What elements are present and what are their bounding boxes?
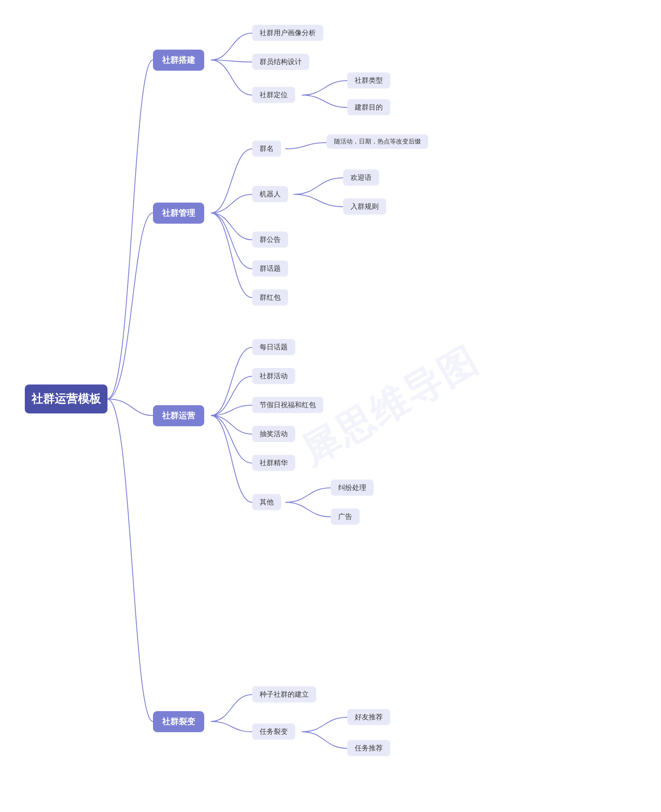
l2-node-16: 任务裂变 [252, 724, 295, 740]
l3-node-9: 任务推荐 [347, 740, 390, 756]
l2-node-6: 群公告 [252, 232, 288, 248]
conn-l2_14-l3_7 [285, 502, 331, 517]
l3-label-6: 纠纷处理 [338, 484, 366, 492]
l3-node-6: 纠纷处理 [331, 480, 374, 496]
l2-label-2: 群员结构设计 [260, 58, 302, 66]
l1-node-3: 社群运营 [153, 405, 204, 426]
l2-node-5: 机器人 [252, 186, 288, 202]
conn-l1_4-l2_15 [211, 695, 252, 721]
l3-label-5: 入群规则 [351, 203, 379, 210]
l2-node-4: 群名 [252, 141, 281, 157]
l3-node-1: 社群类型 [347, 72, 390, 88]
conn-l1_3-l2_13 [211, 416, 252, 463]
conn-l2_14-l3_6 [285, 488, 331, 502]
l2-label-11: 节假日祝福和红包 [260, 401, 316, 409]
l2-label-1: 社群用户画像分析 [260, 29, 316, 37]
l1-node-2: 社群管理 [153, 203, 204, 224]
l2-label-9: 每日话题 [260, 343, 288, 351]
l2-label-10: 社群活动 [260, 372, 288, 380]
l2-label-14: 其他 [260, 498, 274, 506]
conn-l2_16-l3_8 [302, 717, 347, 732]
conn-l1_2-l2_7 [211, 213, 252, 269]
l2-label-12: 抽奖活动 [260, 430, 288, 438]
conn-l1_2-l2_4 [211, 149, 252, 213]
l2-label-6: 群公告 [260, 236, 281, 244]
l3-node-5: 入群规则 [343, 198, 386, 215]
l1-node-1: 社群搭建 [153, 50, 204, 71]
l3-label-4: 欢迎语 [351, 174, 372, 182]
l2-label-7: 群话题 [260, 265, 281, 272]
conn-l1_3-l2_12 [211, 416, 252, 434]
conn-l1_3-l2_9 [211, 347, 252, 416]
conn-l1_3-l2_14 [211, 416, 252, 502]
l2-node-11: 节假日祝福和红包 [252, 397, 323, 413]
conn-l2_16-l3_9 [302, 732, 347, 748]
conn-l1_3-l2_10 [211, 376, 252, 416]
l3-node-3: 随活动，日期，热点等改变后缀 [327, 134, 428, 149]
l2-label-15: 种子社群的建立 [260, 690, 309, 698]
l2-node-10: 社群活动 [252, 368, 295, 384]
l1-label-3: 社群运营 [162, 411, 195, 420]
l2-label-16: 任务裂变 [260, 728, 288, 736]
l2-label-8: 群红包 [260, 294, 281, 301]
conn-l2_3-l3_1 [302, 81, 347, 95]
l3-node-2: 建群目的 [347, 99, 390, 115]
l2-label-5: 机器人 [260, 190, 281, 198]
mind-map: 犀思维导图 [0, 0, 661, 812]
conn-l2_3-l3_2 [302, 95, 347, 107]
l2-label-13: 社群精华 [260, 459, 288, 467]
conn-l1_3-l2_11 [211, 405, 252, 416]
l3-label-1: 社群类型 [355, 76, 383, 84]
l3-label-2: 建群目的 [355, 103, 383, 111]
l1-label-1: 社群搭建 [162, 55, 195, 64]
conn-l2_5-l3_5 [294, 194, 343, 207]
l1-label-2: 社群管理 [162, 208, 195, 217]
conn-l1_4-l2_16 [211, 721, 252, 732]
conn-root-l1_4 [107, 399, 153, 721]
l2-node-1: 社群用户画像分析 [252, 25, 323, 41]
conn-l1_1-l2_2 [211, 60, 252, 62]
l1-node-4: 社群裂变 [153, 711, 204, 732]
root-node: 社群运营模板 [25, 385, 107, 413]
l2-label-3: 社群定位 [260, 91, 288, 99]
l3-label-3: 随活动，日期，热点等改变后缀 [334, 138, 421, 145]
conn-l1_1-l2_3 [211, 60, 252, 95]
l3-label-9: 任务推荐 [355, 744, 383, 752]
conn-l1_1-l2_1 [211, 33, 252, 60]
l3-node-4: 欢迎语 [343, 170, 379, 186]
root-label: 社群运营模板 [31, 391, 101, 407]
conn-root-l1_3 [107, 399, 153, 416]
l2-node-12: 抽奖活动 [252, 426, 295, 442]
conn-l2_5-l3_4 [294, 178, 343, 194]
l2-node-7: 群话题 [252, 260, 288, 277]
conn-l1_2-l2_8 [211, 213, 252, 298]
conn-root-l1_2 [107, 213, 153, 399]
l2-node-3: 社群定位 [252, 87, 295, 103]
l2-node-15: 种子社群的建立 [252, 686, 316, 702]
l2-node-2: 群员结构设计 [252, 54, 309, 70]
l2-node-13: 社群精华 [252, 455, 295, 471]
conn-l1_2-l2_5 [211, 194, 252, 213]
l2-node-8: 群红包 [252, 289, 288, 306]
l3-node-8: 好友推荐 [347, 709, 390, 725]
l2-node-14: 其他 [252, 494, 281, 510]
l2-node-9: 每日话题 [252, 339, 295, 355]
l3-label-8: 好友推荐 [355, 713, 383, 721]
conn-l2_4-l3_3 [285, 143, 327, 149]
l3-node-7: 广告 [331, 509, 360, 525]
conn-root-l1_1 [107, 60, 153, 399]
conn-l1_2-l2_6 [211, 213, 252, 240]
l1-label-4: 社群裂变 [162, 717, 195, 726]
l2-label-4: 群名 [260, 145, 274, 153]
l3-label-7: 广告 [338, 513, 352, 521]
